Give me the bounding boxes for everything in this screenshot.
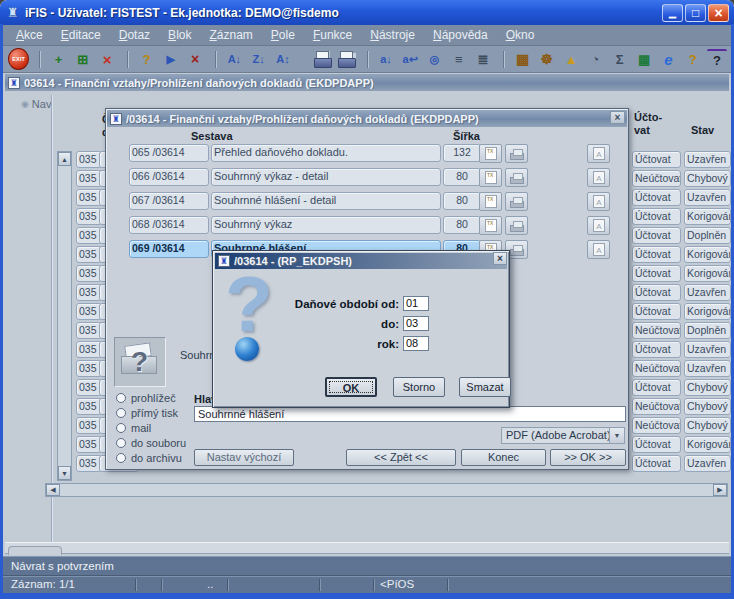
status-field[interactable]: Uzavřen (684, 341, 731, 358)
account-field[interactable]: Neúčtovat (632, 360, 681, 377)
field-down-icon[interactable]: a↓ (376, 49, 396, 70)
account-field[interactable]: Účtovat (632, 189, 681, 206)
status-field[interactable]: Korigován (684, 208, 731, 225)
excel-export-icon[interactable]: ▦ (634, 49, 654, 70)
help-icon[interactable]: ? (707, 49, 727, 70)
menu-blok[interactable]: Blok (159, 26, 200, 44)
txt-output-button[interactable] (479, 144, 502, 163)
vertical-scrollbar[interactable]: ▲ ▼ (57, 151, 72, 481)
txt-output-button[interactable] (479, 192, 502, 211)
chevron-down-icon[interactable]: ▼ (609, 428, 624, 443)
account-field[interactable]: Účtovat (632, 227, 681, 244)
pdf-output-button[interactable] (587, 240, 610, 259)
navigator-wheel-icon[interactable]: ☸ (537, 49, 557, 70)
horizontal-scrollbar[interactable]: ◀ ▶ (45, 483, 728, 497)
report-dialog-close-icon[interactable]: × (610, 111, 625, 124)
sort-desc-icon[interactable]: Z↓ (249, 49, 269, 70)
close-button[interactable] (708, 4, 729, 22)
menu-pole[interactable]: Pole (262, 26, 304, 44)
report-name-field[interactable]: Souhrnný výkaz - detail (211, 168, 441, 186)
pdf-output-button[interactable] (587, 144, 610, 163)
txt-output-button[interactable] (479, 168, 502, 187)
back-button[interactable]: << Zpět << (346, 449, 456, 466)
status-field[interactable]: Korigován (684, 303, 731, 320)
set-default-button[interactable]: Nastav výchozí (194, 449, 294, 466)
status-field[interactable]: Chybový (684, 417, 731, 434)
status-field[interactable]: Uzavřen (684, 455, 731, 472)
enter-query-icon[interactable]: ? (136, 49, 156, 70)
zoom-record-icon[interactable]: ◎ (424, 49, 444, 70)
period-from-input[interactable]: 01 (403, 296, 429, 311)
scroll-right-button[interactable]: ▶ (713, 484, 727, 496)
menu-zaznam[interactable]: Záznam (200, 26, 261, 44)
scroll-up-button[interactable]: ▲ (58, 152, 71, 166)
period-to-input[interactable]: 03 (403, 316, 429, 331)
report-number-field[interactable]: 068 /03614 (129, 216, 209, 234)
execute-query-icon[interactable]: ▶ (161, 49, 181, 70)
status-field[interactable]: Korigován (684, 265, 731, 282)
ok-button[interactable]: OK (325, 377, 377, 397)
radio-button[interactable] (116, 423, 126, 433)
account-field[interactable]: Neúčtovat (632, 322, 681, 339)
status-field[interactable]: Chybový (684, 398, 731, 415)
report-name-field[interactable]: Přehled daňového dokladu. (211, 144, 441, 162)
graph-icon[interactable]: ▲ (561, 49, 581, 70)
list-values-icon[interactable]: ≡ (449, 49, 469, 70)
print-output-button[interactable] (505, 192, 528, 211)
scroll-left-button[interactable]: ◀ (46, 484, 60, 496)
pdf-output-button[interactable] (587, 168, 610, 187)
print-setup-icon[interactable] (336, 49, 356, 70)
account-field[interactable]: Účtovat (632, 151, 681, 168)
sum-icon[interactable]: Σ (610, 49, 630, 70)
account-field[interactable]: Neúčtovat (632, 170, 681, 187)
insert-record-icon[interactable]: + (48, 49, 68, 70)
menu-dotaz[interactable]: Dotaz (110, 26, 159, 44)
format-dropdown[interactable]: PDF (Adobe Acrobat) ▼ (501, 427, 625, 444)
status-field[interactable]: Doplněn (684, 322, 731, 339)
status-field[interactable]: Korigován (684, 246, 731, 263)
status-field[interactable]: Uzavřen (684, 189, 731, 206)
print-output-button[interactable] (505, 144, 528, 163)
delete-record-icon[interactable]: × (97, 49, 117, 70)
status-field[interactable]: Uzavřen (684, 151, 731, 168)
pdf-output-button[interactable] (587, 216, 610, 235)
report-title-input[interactable]: Souhrnné hlášení (194, 406, 626, 422)
report-number-field[interactable]: 066 /03614 (129, 168, 209, 186)
cancel-button[interactable]: Storno (393, 377, 445, 397)
report-icon[interactable]: ▦ (512, 49, 532, 70)
print-output-button[interactable] (505, 216, 528, 235)
radio-button[interactable] (116, 453, 126, 463)
status-field[interactable]: Chybový (684, 170, 731, 187)
duplicate-record-icon[interactable]: ⊞ (73, 49, 93, 70)
menu-napoveda[interactable]: Nápověda (424, 26, 497, 44)
report-name-field[interactable]: Souhrnný výkaz (211, 216, 441, 234)
account-field[interactable]: Účtovat (632, 284, 681, 301)
print-output-button[interactable] (505, 168, 528, 187)
browser-icon[interactable]: e (658, 49, 678, 70)
report-number-field[interactable]: 069 /03614 (129, 240, 209, 258)
print-icon[interactable] (312, 49, 332, 70)
account-field[interactable]: Účtovat (632, 208, 681, 225)
account-field[interactable]: Účtovat (632, 265, 681, 282)
ok-forward-button[interactable]: >> OK >> (550, 449, 626, 466)
account-field[interactable]: Účtovat (632, 436, 681, 453)
account-field[interactable]: Účtovat (632, 303, 681, 320)
report-number-field[interactable]: 065 /03614 (129, 144, 209, 162)
account-field[interactable]: Účtovat (632, 379, 681, 396)
menu-editace[interactable]: Editace (52, 26, 110, 44)
account-field[interactable]: Účtovat (632, 246, 681, 263)
radio-button[interactable] (116, 393, 126, 403)
radio-button[interactable] (116, 408, 126, 418)
tree-view-icon[interactable]: ≣ (473, 49, 493, 70)
report-width-field[interactable]: 132 (443, 144, 481, 162)
status-field[interactable]: Chybový (684, 379, 731, 396)
report-width-field[interactable]: 80 (443, 168, 481, 186)
menu-funkce[interactable]: Funkce (304, 26, 361, 44)
gauge-icon[interactable]: ◔ (585, 49, 605, 70)
currency-help-icon[interactable]: ? (683, 49, 703, 70)
menu-okno[interactable]: Okno (497, 26, 544, 44)
report-number-field[interactable]: 067 /03614 (129, 192, 209, 210)
txt-output-button[interactable] (479, 216, 502, 235)
account-field[interactable]: Neúčtovat (632, 417, 681, 434)
param-dialog-close-icon[interactable]: × (493, 252, 507, 265)
